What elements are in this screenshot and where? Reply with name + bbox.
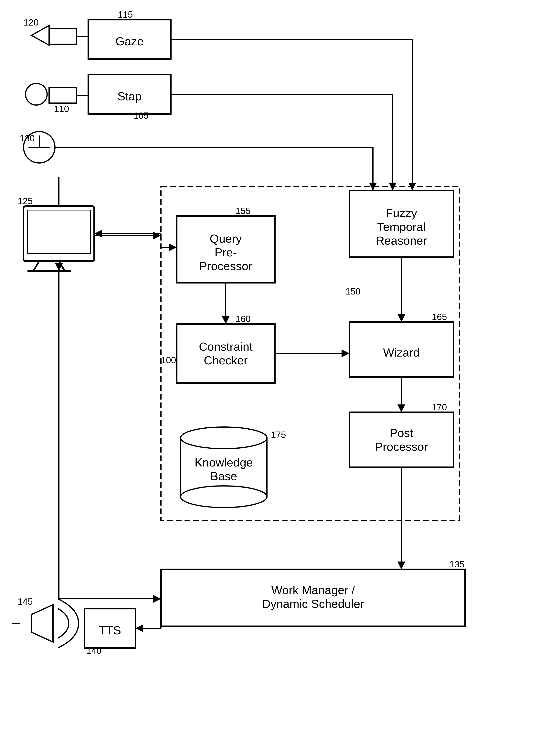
ref-120: 120 (24, 17, 39, 27)
ref-155: 155 (235, 206, 251, 216)
ref-160: 160 (235, 314, 251, 324)
knowledge-line2: Base (210, 470, 237, 483)
ref-100: 100 (161, 355, 176, 365)
ref-145: 145 (18, 596, 33, 607)
stap-label: Stap (118, 90, 142, 103)
ref-130: 130 (20, 133, 35, 143)
ref-165: 165 (432, 312, 447, 322)
fuzzy-line3: Reasoner (376, 234, 427, 247)
work-line2: Dynamic Scheduler (262, 597, 364, 610)
architecture-diagram: 120 Gaze 115 110 Stap 105 130 125 (0, 0, 560, 739)
svg-point-44 (181, 427, 267, 449)
knowledge-line1: Knowledge (195, 456, 253, 469)
ref-125: 125 (18, 196, 33, 206)
ref-140: 140 (86, 645, 102, 656)
work-line1: Work Manager / (271, 584, 355, 597)
ref-105: 105 (134, 111, 149, 121)
ref-150: 150 (346, 286, 361, 296)
svg-point-45 (181, 486, 267, 507)
query-line2: Pre- (214, 246, 237, 259)
fuzzy-line1: Fuzzy (386, 206, 417, 220)
fuzzy-line2: Temporal (377, 220, 426, 234)
gaze-label: Gaze (116, 35, 144, 48)
tts-label: TTS (99, 624, 121, 637)
post-line1: Post (390, 426, 413, 440)
ref-135: 135 (449, 559, 464, 569)
query-line3: Processor (199, 260, 252, 273)
wizard-label: Wizard (383, 346, 420, 359)
post-line2: Processor (375, 440, 428, 453)
ref-115: 115 (118, 9, 133, 20)
constraint-line1: Constraint (199, 340, 253, 353)
ref-175: 175 (271, 430, 286, 440)
constraint-line2: Checker (204, 354, 247, 367)
query-line1: Query (210, 232, 242, 245)
ref-110: 110 (54, 104, 69, 114)
ref-170: 170 (432, 402, 447, 412)
